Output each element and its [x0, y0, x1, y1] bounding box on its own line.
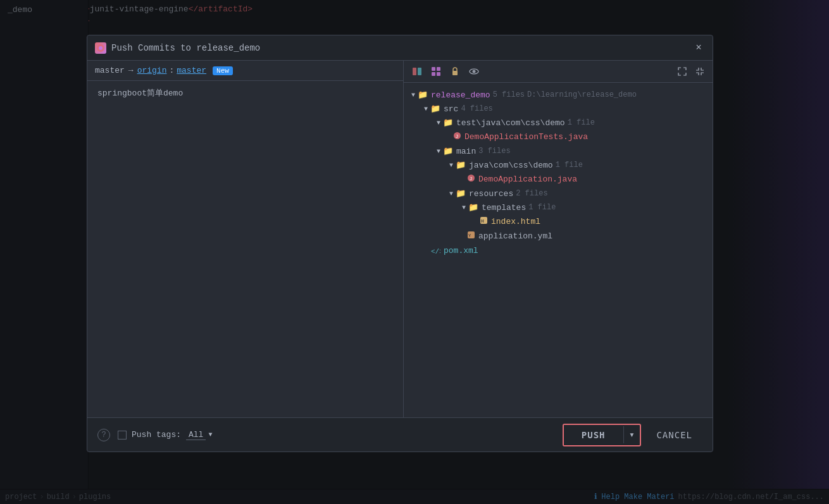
resources-arrow: ▼ — [447, 190, 456, 197]
collapse-icon[interactable] — [694, 65, 706, 78]
dialog-title: Push Commits to release_demo — [111, 43, 692, 53]
svg-rect-3 — [418, 68, 421, 75]
file-count: 2 files — [516, 189, 547, 198]
tree-resources-folder[interactable]: ▼ 📁 resources 2 files — [404, 187, 713, 200]
file-name: application.yml — [478, 231, 552, 241]
push-dialog: Push Commits to release_demo × master → … — [87, 35, 713, 452]
svg-rect-8 — [452, 71, 458, 75]
toolbar-icon-lock[interactable] — [448, 65, 462, 78]
tree-file-pom-xml[interactable]: </> pom.xml — [404, 243, 713, 257]
tree-test-folder[interactable]: ▼ 📁 test\java\com\css\demo 1 file — [404, 116, 713, 130]
file-name: index.html — [491, 217, 540, 226]
root-file-path: D:\learning\release_demo — [527, 90, 637, 99]
push-tags-label-text: Push tags: — [132, 430, 181, 439]
dialog-body: master → origin : master New springboot简… — [87, 61, 713, 417]
tags-value: All — [186, 430, 206, 440]
svg-rect-6 — [432, 72, 435, 76]
dialog-close-button[interactable]: × — [692, 42, 705, 54]
folder-name: templates — [482, 203, 526, 212]
file-count: 1 file — [528, 203, 556, 212]
push-tags-container: Push tags: — [118, 430, 181, 439]
yaml-icon: Y — [467, 231, 475, 242]
test-arrow: ▼ — [434, 120, 443, 126]
push-button[interactable]: PUSH — [564, 425, 623, 445]
cancel-button[interactable]: CANCEL — [646, 425, 702, 445]
files-panel: ▼ 📁 release_demo 5 files D:\learning\rel… — [404, 61, 713, 417]
toolbar-icon-grid[interactable] — [429, 65, 443, 78]
branch-colon: : — [169, 66, 174, 75]
push-button-group: PUSH ▼ — [563, 424, 642, 446]
file-count: 1 file — [556, 161, 583, 169]
files-toolbar — [404, 61, 713, 83]
new-badge: New — [213, 66, 233, 75]
branch-remote[interactable]: origin — [137, 66, 167, 75]
folder-icon: 📁 — [430, 104, 440, 114]
file-name: pom.xml — [444, 246, 478, 255]
folder-name: src — [444, 104, 458, 114]
tree-file-application-yml[interactable]: Y application.yml — [404, 229, 713, 243]
root-file-count: 5 files — [493, 90, 525, 99]
file-count: 3 files — [478, 147, 510, 156]
branch-bar: master → origin : master New — [87, 61, 403, 81]
svg-rect-7 — [437, 72, 440, 76]
svg-rect-5 — [437, 67, 440, 71]
push-dropdown-arrow[interactable]: ▼ — [623, 426, 640, 443]
tags-arrow-icon[interactable]: ▼ — [208, 431, 212, 438]
root-folder-icon: 📁 — [418, 90, 428, 100]
svg-rect-2 — [413, 68, 416, 75]
root-arrow: ▼ — [409, 92, 418, 99]
main-arrow: ▼ — [434, 148, 443, 155]
tree-root[interactable]: ▼ 📁 release_demo 5 files D:\learning\rel… — [404, 88, 713, 102]
html-icon: H — [480, 216, 488, 227]
file-tree: ▼ 📁 release_demo 5 files D:\learning\rel… — [404, 83, 713, 417]
tree-templates-folder[interactable]: ▼ 📁 templates 1 file — [404, 200, 713, 214]
svg-point-1 — [99, 46, 103, 50]
folder-icon: 📁 — [443, 118, 453, 128]
expand-icon[interactable] — [676, 65, 689, 78]
tree-main-folder[interactable]: ▼ 📁 main 3 files — [404, 144, 713, 158]
java-icon: J — [467, 174, 475, 185]
folder-icon: 📁 — [456, 160, 466, 170]
help-icon[interactable]: ? — [97, 429, 110, 441]
tree-file-demo-app[interactable]: J DemoApplication.java — [404, 172, 713, 187]
folder-icon: 📁 — [456, 188, 466, 199]
svg-point-10 — [473, 70, 476, 73]
tree-file-demo-tests[interactable]: J DemoApplicationTests.java — [404, 130, 713, 144]
branch-arrow: → — [128, 66, 134, 75]
svg-text:H: H — [481, 218, 484, 224]
folder-name: java\com\css\demo — [469, 161, 553, 170]
folder-icon: 📁 — [468, 202, 478, 212]
svg-text:</>: </> — [431, 248, 440, 255]
templates-arrow: ▼ — [459, 204, 468, 211]
tree-java-folder[interactable]: ▼ 📁 java\com\css\demo 1 file — [404, 158, 713, 172]
svg-text:J: J — [470, 176, 473, 181]
svg-rect-4 — [432, 67, 435, 71]
svg-text:J: J — [456, 133, 459, 139]
folder-name: main — [456, 147, 476, 156]
file-count: 4 files — [461, 104, 492, 113]
java-icon: J — [453, 132, 461, 142]
folder-name: test\java\com\css\demo — [456, 118, 565, 128]
tags-dropdown[interactable]: All ▼ — [186, 430, 212, 440]
folder-name: resources — [469, 189, 513, 199]
dialog-titlebar: Push Commits to release_demo × — [87, 35, 713, 61]
tree-file-index-html[interactable]: H index.html — [404, 214, 713, 229]
src-arrow: ▼ — [421, 106, 430, 113]
branch-remote-branch[interactable]: master — [177, 66, 206, 75]
commits-panel: master → origin : master New springboot简… — [87, 61, 404, 417]
dialog-app-icon — [95, 42, 106, 54]
file-name: DemoApplication.java — [478, 175, 577, 184]
toolbar-icon-eye[interactable] — [467, 65, 481, 78]
root-folder-name: release_demo — [431, 90, 490, 100]
file-count: 1 file — [568, 118, 595, 127]
branch-local: master — [95, 66, 125, 75]
file-name: DemoApplicationTests.java — [464, 132, 588, 142]
toolbar-icon-diff[interactable] — [410, 65, 424, 78]
push-tags-checkbox[interactable] — [118, 431, 127, 439]
tree-src-folder[interactable]: ▼ 📁 src 4 files — [404, 102, 713, 116]
dialog-footer: ? Push tags: All ▼ PUSH ▼ CANCEL — [87, 417, 713, 452]
java-arrow: ▼ — [447, 162, 456, 169]
commit-item[interactable]: springboot简单demo — [87, 81, 403, 105]
xml-icon: </> — [430, 245, 440, 255]
folder-icon: 📁 — [443, 146, 453, 156]
